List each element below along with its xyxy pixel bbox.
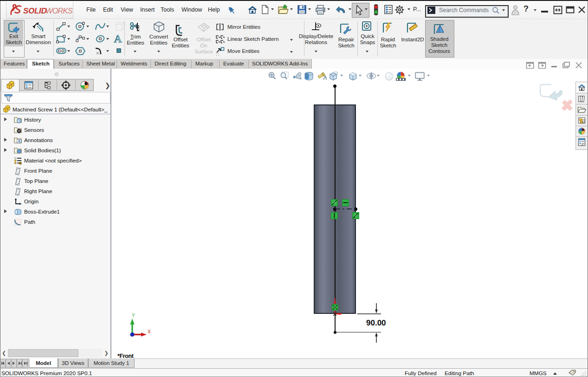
svg-text:X: X <box>148 329 151 334</box>
svg-text:A: A <box>114 33 122 44</box>
svg-text:A: A <box>18 139 21 143</box>
svg-text:WORKS: WORKS <box>45 6 73 15</box>
svg-text:Y: Y <box>132 313 135 318</box>
svg-text:A: A <box>323 74 327 81</box>
svg-text:SOLID: SOLID <box>23 6 46 15</box>
